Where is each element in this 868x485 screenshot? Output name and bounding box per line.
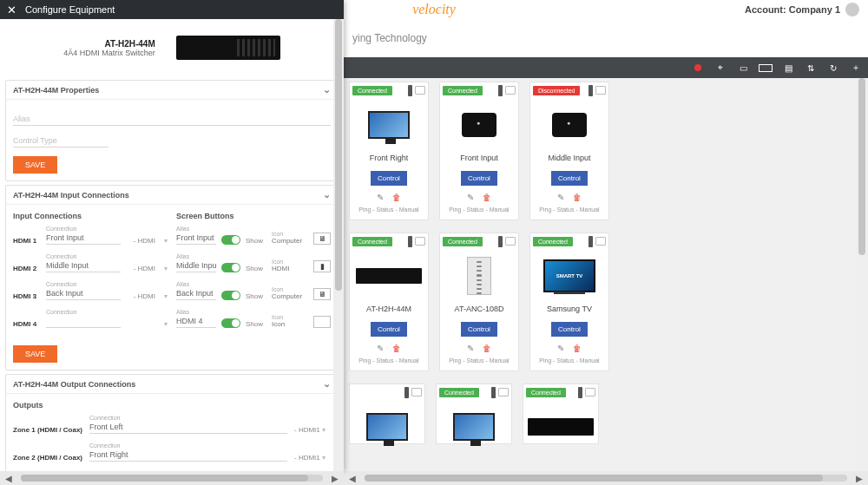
delete-icon[interactable]: 🗑	[573, 344, 582, 352]
battery-icon[interactable]	[759, 64, 773, 72]
edit-icon[interactable]: ✎	[377, 344, 385, 352]
chevron-down-icon[interactable]: ⌄	[323, 378, 331, 390]
side-horizontal-scrollbar[interactable]: ◀ ▶	[0, 471, 344, 485]
device-card[interactable]	[349, 383, 425, 444]
device-card[interactable]: ConnectedAT-H2H-44MControl✎🗑Ping - Statu…	[349, 233, 429, 371]
scroll-right-icon[interactable]: ▶	[326, 474, 344, 483]
chevron-down-icon[interactable]: ⌄	[323, 84, 331, 95]
chevron-down-icon[interactable]: ▾	[161, 320, 168, 328]
device-card[interactable]: Connected	[436, 383, 512, 444]
edit-icon[interactable]: ✎	[467, 344, 476, 352]
device-name-label: Samsung TV	[530, 305, 608, 313]
control-button[interactable]: Control	[461, 322, 497, 337]
account-area[interactable]: Account: Company 1	[745, 3, 859, 16]
chevron-down-icon[interactable]: ⌄	[323, 189, 331, 200]
scroll-left-icon[interactable]: ◀	[0, 474, 17, 483]
field-label: Icon	[272, 231, 308, 237]
output-port-select[interactable]: - HDMI1 ▾	[294, 454, 331, 462]
connection-input[interactable]	[46, 259, 121, 272]
device-card[interactable]: ConnectedFront InputControl✎🗑Ping - Stat…	[439, 82, 519, 220]
apple-tv-icon	[462, 113, 496, 137]
control-button[interactable]: Control	[551, 322, 588, 337]
status-badge: Connected	[443, 237, 483, 246]
save-properties-button[interactable]: SAVE	[13, 156, 57, 174]
edit-icon[interactable]: ✎	[557, 193, 566, 201]
delete-icon[interactable]: 🗑	[573, 193, 582, 201]
edit-icon[interactable]: ✎	[467, 193, 476, 201]
screen-button-alias-input[interactable]	[176, 315, 216, 328]
control-type-select[interactable]	[13, 134, 108, 147]
configure-panel-scroll[interactable]: AT-H2H-44M Properties ⌄ Alias SAVE AT-H2…	[0, 76, 344, 471]
field-label: Alias	[176, 309, 216, 315]
field-label: Connection	[46, 309, 121, 315]
screen-button-alias-input[interactable]	[176, 287, 216, 300]
scroll-right-icon[interactable]: ▶	[851, 474, 868, 483]
show-toggle[interactable]	[221, 318, 240, 328]
screen-button-alias-input[interactable]	[176, 259, 216, 272]
output-port-select[interactable]: - HDMI1 ▾	[294, 426, 331, 434]
edit-icon[interactable]: ✎	[377, 193, 385, 201]
field-label: Icon	[272, 259, 308, 265]
show-toggle[interactable]	[221, 235, 240, 245]
control-button[interactable]: Control	[461, 171, 497, 186]
chart-icon[interactable]: ⇅	[804, 62, 818, 74]
display-icon	[505, 86, 516, 95]
scroll-left-icon[interactable]: ◀	[344, 474, 361, 483]
main-horizontal-scrollbar[interactable]: ◀ ▶	[344, 471, 868, 485]
refresh-icon[interactable]: ↻	[826, 62, 840, 74]
grid-icon[interactable]: ▤	[781, 62, 795, 74]
connection-input[interactable]	[46, 287, 121, 300]
screen-icon[interactable]: ▭	[736, 62, 750, 74]
display-icon	[415, 86, 425, 95]
port-label: HDMI 4	[13, 320, 41, 328]
save-inputs-button[interactable]: SAVE	[13, 345, 57, 363]
delete-icon[interactable]: 🗑	[483, 344, 491, 352]
device-card[interactable]: Connected	[523, 383, 599, 444]
status-badge: Connected	[352, 86, 392, 95]
control-button[interactable]: Control	[551, 171, 588, 186]
icon-preview: 🖥	[313, 233, 331, 245]
control-button[interactable]: Control	[371, 171, 407, 186]
delete-icon[interactable]: 🗑	[392, 344, 401, 352]
record-icon[interactable]	[691, 62, 705, 74]
device-grid[interactable]: ConnectedFront RightControl✎🗑Ping - Stat…	[344, 78, 868, 471]
icon-select[interactable]: Computer	[272, 292, 308, 300]
screen-button-alias-input[interactable]	[176, 232, 216, 245]
side-vertical-scrollbar[interactable]	[333, 19, 344, 471]
chevron-down-icon[interactable]: ▾	[161, 265, 168, 272]
show-toggle[interactable]	[221, 291, 240, 300]
close-icon[interactable]: ✕	[7, 3, 16, 16]
device-card[interactable]: DisconnectedMiddle InputControl✎🗑Ping - …	[529, 82, 609, 220]
output-connection-input[interactable]	[89, 421, 287, 434]
edit-icon[interactable]: ✎	[557, 344, 566, 352]
connection-input[interactable]	[46, 232, 121, 245]
delete-icon[interactable]: 🗑	[392, 193, 401, 201]
device-card[interactable]: ConnectedFront RightControl✎🗑Ping - Stat…	[349, 82, 429, 220]
main-vertical-scrollbar[interactable]	[856, 78, 868, 471]
device-name-label: Front Right	[350, 154, 428, 162]
account-label: Account: Company 1	[745, 4, 840, 15]
remote-icon	[589, 236, 593, 247]
device-card[interactable]: ConnectedSMART TVSamsung TVControl✎🗑Ping…	[529, 233, 609, 371]
display-icon	[595, 86, 606, 95]
chevron-down-icon[interactable]: ▾	[161, 292, 168, 300]
section-properties-title: AT-H2H-44M Properties	[13, 86, 99, 95]
screen-button-row: AliasShowIconComputer🖥	[176, 281, 331, 300]
icon-select[interactable]: Icon	[272, 320, 308, 328]
control-button[interactable]: Control	[371, 322, 407, 337]
display-icon	[505, 237, 516, 246]
delete-icon[interactable]: 🗑	[483, 193, 491, 201]
col-title-connections: Input Connections	[13, 212, 168, 220]
device-card[interactable]: ConnectedAT-ANC-108DControl✎🗑Ping - Stat…	[439, 233, 519, 371]
chevron-down-icon[interactable]: ▾	[161, 237, 168, 245]
icon-select[interactable]: HDMI	[272, 265, 308, 272]
toolbar-dark: ⌖ ▭ ▤ ⇅ ↻ ＋	[344, 57, 868, 78]
add-icon[interactable]: ＋	[849, 62, 863, 74]
icon-select[interactable]: Computer	[272, 237, 308, 245]
connection-input[interactable]	[46, 315, 121, 328]
output-connection-input[interactable]	[89, 449, 287, 462]
mouse-icon[interactable]: ⌖	[713, 62, 727, 74]
avatar[interactable]	[845, 3, 859, 16]
alias-input[interactable]	[13, 113, 331, 126]
show-toggle[interactable]	[221, 263, 240, 272]
